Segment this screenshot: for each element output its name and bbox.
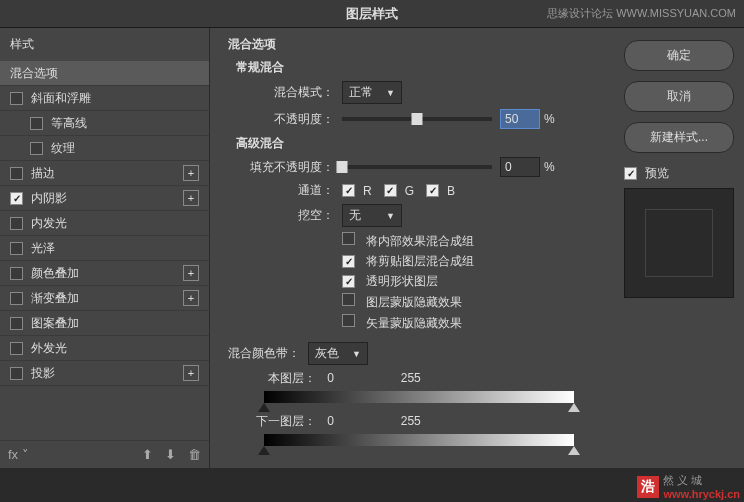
blend-mode-row: 混合模式： 正常 ▼	[228, 81, 596, 104]
style-item[interactable]: 斜面和浮雕	[0, 86, 209, 111]
under-layer-label: 下一图层：	[244, 413, 316, 430]
chevron-down-icon: ▼	[386, 211, 395, 221]
trash-icon[interactable]: 🗑	[188, 447, 201, 462]
blendif-select[interactable]: 灰色▼	[308, 342, 368, 365]
under-layer-bar[interactable]	[264, 434, 574, 446]
style-checkbox[interactable]	[10, 292, 23, 305]
style-checkbox[interactable]	[10, 192, 23, 205]
knockout-row: 挖空： 无 ▼	[228, 204, 596, 227]
plus-icon[interactable]: +	[183, 190, 199, 206]
adv-checkbox[interactable]	[342, 293, 355, 306]
style-checkbox[interactable]	[10, 317, 23, 330]
adv-checkbox[interactable]	[342, 232, 355, 245]
style-checkbox[interactable]	[10, 242, 23, 255]
adv-option-row: 矢量蒙版隐藏效果	[342, 314, 596, 332]
opacity-input[interactable]: 50	[500, 109, 540, 129]
adv-label: 将内部效果混合成组	[363, 234, 474, 248]
style-label: 描边	[31, 165, 55, 182]
general-title: 常规混合	[236, 59, 596, 76]
channel-b-checkbox[interactable]	[426, 184, 439, 197]
channel-r-checkbox[interactable]	[342, 184, 355, 197]
channels-row: 通道： R G B	[228, 182, 596, 199]
blend-mode-value: 正常	[349, 84, 373, 101]
style-label: 纹理	[51, 140, 75, 157]
adv-option-row: 透明形状图层	[342, 273, 596, 290]
style-list: 混合选项斜面和浮雕等高线纹理描边+内阴影+内发光光泽颜色叠加+渐变叠加+图案叠加…	[0, 61, 209, 440]
advanced-title: 高级混合	[236, 135, 596, 152]
plus-icon[interactable]: +	[183, 265, 199, 281]
style-item[interactable]: 描边+	[0, 161, 209, 186]
style-item[interactable]: 投影+	[0, 361, 209, 386]
channels-label: 通道：	[244, 182, 334, 199]
style-label: 混合选项	[10, 65, 58, 82]
style-label: 外发光	[31, 340, 67, 357]
watermark-bottom: 浩 然 义 城 www.hryckj.cn	[637, 473, 740, 500]
style-item[interactable]: 光泽	[0, 236, 209, 261]
advanced-options: 将内部效果混合成组 将剪贴图层混合成组 透明形状图层 图层蒙版隐藏效果 矢量蒙版…	[228, 232, 596, 332]
style-item[interactable]: 内发光	[0, 211, 209, 236]
style-label: 斜面和浮雕	[31, 90, 91, 107]
this-layer-bar[interactable]	[264, 391, 574, 403]
style-item[interactable]: 渐变叠加+	[0, 286, 209, 311]
sidebar-header: 样式	[0, 28, 209, 61]
style-label: 颜色叠加	[31, 265, 79, 282]
adv-checkbox[interactable]	[342, 275, 355, 288]
style-label: 内发光	[31, 215, 67, 232]
this-layer-label: 本图层：	[244, 370, 316, 387]
fill-input[interactable]: 0	[500, 157, 540, 177]
style-checkbox[interactable]	[10, 267, 23, 280]
style-checkbox[interactable]	[10, 217, 23, 230]
watermark-top: 思缘设计论坛 WWW.MISSYUAN.COM	[547, 6, 736, 21]
knockout-value: 无	[349, 207, 361, 224]
blend-if-section: 混合颜色带： 灰色▼ 本图层： 0 255 下一图层： 0 255	[228, 342, 596, 446]
plus-icon[interactable]: +	[183, 290, 199, 306]
blendif-label: 混合颜色带：	[228, 345, 300, 362]
channel-g-checkbox[interactable]	[384, 184, 397, 197]
main-panel: 混合选项 常规混合 混合模式： 正常 ▼ 不透明度： 50 % 高级混合 填充不…	[210, 28, 614, 468]
styles-sidebar: 样式 混合选项斜面和浮雕等高线纹理描边+内阴影+内发光光泽颜色叠加+渐变叠加+图…	[0, 28, 210, 468]
plus-icon[interactable]: +	[183, 165, 199, 181]
adv-checkbox[interactable]	[342, 255, 355, 268]
blend-mode-select[interactable]: 正常 ▼	[342, 81, 402, 104]
style-checkbox[interactable]	[10, 367, 23, 380]
style-item[interactable]: 图案叠加	[0, 311, 209, 336]
adv-label: 图层蒙版隐藏效果	[363, 295, 462, 309]
fill-unit: %	[544, 160, 555, 174]
style-label: 内阴影	[31, 190, 67, 207]
adv-option-row: 将剪贴图层混合成组	[342, 253, 596, 270]
style-label: 投影	[31, 365, 55, 382]
adv-checkbox[interactable]	[342, 314, 355, 327]
style-checkbox[interactable]	[10, 92, 23, 105]
fx-icon[interactable]: fx ˅	[8, 447, 29, 462]
preview-checkbox[interactable]	[624, 167, 637, 180]
fill-slider[interactable]	[342, 165, 492, 169]
preview-section: 预览	[624, 165, 734, 298]
knockout-label: 挖空：	[244, 207, 334, 224]
opacity-slider[interactable]	[342, 117, 492, 121]
style-checkbox[interactable]	[30, 117, 43, 130]
style-item[interactable]: 纹理	[0, 136, 209, 161]
sidebar-footer: fx ˅ ⬆ ⬇ 🗑	[0, 440, 209, 468]
fill-row: 填充不透明度： 0 %	[228, 157, 596, 177]
down-icon[interactable]: ⬇	[165, 447, 176, 462]
dialog-title: 图层样式	[346, 5, 398, 23]
style-item[interactable]: 混合选项	[0, 61, 209, 86]
up-icon[interactable]: ⬆	[142, 447, 153, 462]
preview-canvas	[624, 188, 734, 298]
cancel-button[interactable]: 取消	[624, 81, 734, 112]
style-item[interactable]: 颜色叠加+	[0, 261, 209, 286]
adv-label: 矢量蒙版隐藏效果	[363, 316, 462, 330]
knockout-select[interactable]: 无 ▼	[342, 204, 402, 227]
style-checkbox[interactable]	[10, 342, 23, 355]
adv-label: 将剪贴图层混合成组	[363, 254, 474, 268]
style-checkbox[interactable]	[10, 167, 23, 180]
plus-icon[interactable]: +	[183, 365, 199, 381]
new-style-button[interactable]: 新建样式...	[624, 122, 734, 153]
blend-mode-label: 混合模式：	[244, 84, 334, 101]
style-item[interactable]: 内阴影+	[0, 186, 209, 211]
style-item[interactable]: 等高线	[0, 111, 209, 136]
opacity-row: 不透明度： 50 %	[228, 109, 596, 129]
style-item[interactable]: 外发光	[0, 336, 209, 361]
style-checkbox[interactable]	[30, 142, 43, 155]
ok-button[interactable]: 确定	[624, 40, 734, 71]
